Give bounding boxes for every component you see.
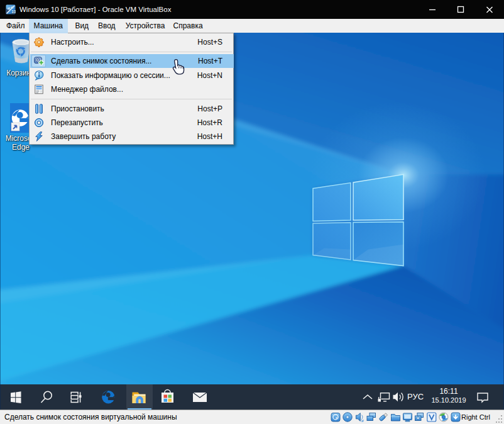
svg-text:10: 10 [11, 9, 16, 14]
